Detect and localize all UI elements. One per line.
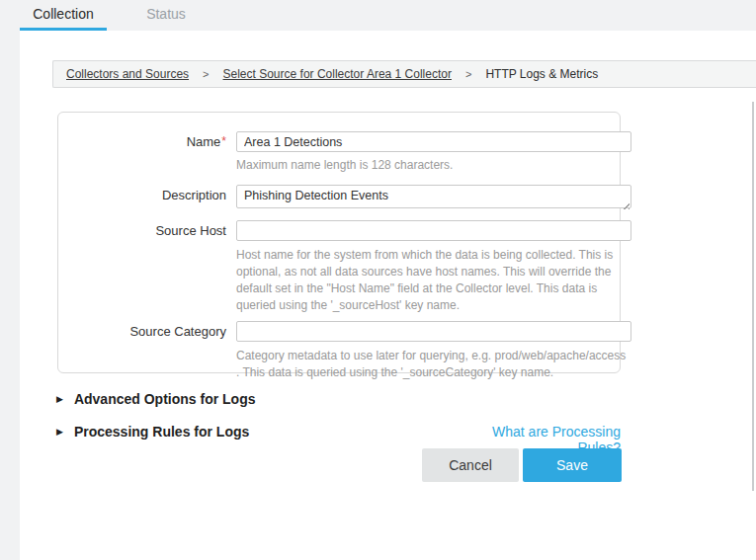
source-category-row: Source Category Category metadata to use…	[116, 321, 620, 381]
left-gutter	[0, 31, 20, 560]
required-asterisk: *	[221, 134, 226, 148]
advanced-options-label: Advanced Options for Logs	[74, 391, 256, 407]
breadcrumb-current-page: HTTP Logs & Metrics	[485, 67, 598, 81]
source-config-page: Collection Status Collectors and Sources…	[0, 0, 756, 560]
breadcrumb-collectors-link[interactable]: Collectors and Sources	[66, 67, 189, 81]
breadcrumb-separator: >	[203, 68, 209, 80]
tab-status-label: Status	[146, 6, 186, 22]
cancel-button[interactable]: Cancel	[422, 448, 519, 482]
name-hint: Maximum name length is 128 characters.	[236, 157, 631, 174]
chevron-right-icon: ▶	[56, 395, 63, 404]
chevron-right-icon: ▶	[56, 428, 63, 437]
description-input[interactable]: Phishing Detection Events	[236, 185, 631, 208]
name-label: Name*	[116, 131, 226, 185]
source-category-input[interactable]	[236, 321, 631, 342]
source-category-label: Source Category	[116, 321, 226, 381]
vertical-scrollbar[interactable]	[752, 102, 754, 491]
processing-rules-expander[interactable]: ▶ Processing Rules for Logs	[56, 424, 249, 440]
source-form-card: Name* Maximum name length is 128 charact…	[57, 112, 621, 373]
source-host-hint: Host name for the system from which the …	[236, 247, 631, 314]
description-row: Description Phishing Detection Events	[116, 185, 620, 212]
tab-status[interactable]: Status	[125, 0, 208, 31]
save-button[interactable]: Save	[523, 448, 622, 482]
source-host-row: Source Host Host name for the system fro…	[116, 220, 620, 318]
tab-collection[interactable]: Collection	[20, 0, 107, 31]
advanced-options-expander[interactable]: ▶ Advanced Options for Logs	[56, 391, 256, 407]
source-category-hint: Category metadata to use later for query…	[236, 348, 631, 381]
processing-rules-label: Processing Rules for Logs	[74, 424, 249, 440]
source-host-input[interactable]	[236, 220, 631, 241]
description-label: Description	[116, 185, 226, 212]
name-input[interactable]	[236, 131, 631, 152]
name-row: Name* Maximum name length is 128 charact…	[116, 131, 620, 185]
tab-bar: Collection Status	[0, 0, 756, 31]
breadcrumb-separator: >	[465, 68, 471, 80]
breadcrumb: Collectors and Sources > Select Source f…	[52, 60, 756, 88]
source-host-label: Source Host	[116, 220, 226, 318]
breadcrumb-select-source-link[interactable]: Select Source for Collector Area 1 Colle…	[223, 67, 452, 81]
tab-collection-label: Collection	[33, 6, 93, 22]
